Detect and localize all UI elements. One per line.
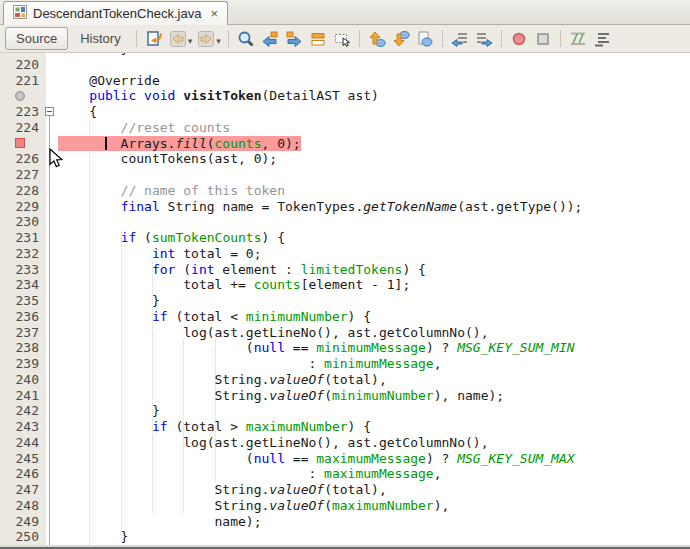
line-number[interactable]: 248 — [0, 498, 46, 514]
line-number[interactable]: 232 — [0, 246, 46, 262]
line-number[interactable]: 241 — [0, 388, 46, 404]
code-line[interactable]: 226 countTokens(ast, 0); — [0, 151, 690, 167]
code-line[interactable]: 245 (null == maximumMessage) ? MSG_KEY_S… — [0, 451, 690, 467]
fold-margin[interactable] — [46, 73, 58, 89]
code-text[interactable]: total += counts[element - 1]; — [58, 277, 690, 293]
toggle-bookmark-button[interactable] — [413, 27, 437, 51]
line-number[interactable]: 231 — [0, 230, 46, 246]
line-number[interactable]: 238 — [0, 340, 46, 356]
code-line[interactable]: 228 // name of this token — [0, 183, 690, 199]
code-text[interactable]: String.valueOf(maximumNumber), — [58, 498, 690, 514]
tab-descendanttokencheck[interactable]: DescendantTokenCheck.java × — [3, 1, 228, 25]
code-line[interactable]: 247 String.valueOf(total), — [0, 482, 690, 498]
code-line[interactable]: 232 int total = 0; — [0, 246, 690, 262]
code-text[interactable]: int total = 0; — [58, 246, 690, 262]
code-text[interactable]: public void visitToken(DetailAST ast) — [58, 88, 690, 104]
code-line[interactable]: 223 { — [0, 104, 690, 120]
line-number[interactable]: 226 — [0, 151, 46, 167]
line-number[interactable]: 233 — [0, 262, 46, 278]
line-number[interactable]: 246 — [0, 466, 46, 482]
line-number[interactable]: 245 — [0, 451, 46, 467]
line-number[interactable] — [0, 136, 46, 152]
find-selection-button[interactable] — [234, 27, 258, 51]
history-view-button[interactable]: History — [70, 28, 130, 49]
code-line[interactable]: 220 — [0, 57, 690, 73]
line-number[interactable]: 247 — [0, 482, 46, 498]
code-line[interactable]: 249 name); — [0, 514, 690, 530]
code-text[interactable]: for (int element : limitedTokens) { — [58, 262, 690, 278]
line-number[interactable]: 235 — [0, 293, 46, 309]
line-number[interactable]: 224 — [0, 120, 46, 136]
find-next-button[interactable] — [282, 27, 306, 51]
code-line[interactable]: 227 — [0, 167, 690, 183]
fold-margin[interactable] — [46, 88, 58, 104]
close-icon[interactable]: × — [210, 7, 218, 20]
code-line[interactable]: 241 String.valueOf(minimumNumber), name)… — [0, 388, 690, 404]
code-text[interactable]: name); — [58, 514, 690, 530]
code-line[interactable]: 244 log(ast.getLineNo(), ast.getColumnNo… — [0, 435, 690, 451]
code-text[interactable]: } — [58, 529, 690, 545]
source-view-button[interactable]: Source — [5, 27, 68, 50]
code-line[interactable]: 248 String.valueOf(maximumNumber), — [0, 498, 690, 514]
line-number[interactable]: 243 — [0, 419, 46, 435]
line-number[interactable] — [0, 88, 46, 104]
line-number[interactable]: 221 — [0, 73, 46, 89]
code-text[interactable] — [58, 57, 690, 73]
code-text[interactable]: : minimumMessage, — [58, 356, 690, 372]
comment-button[interactable]: // — [566, 27, 590, 51]
line-number[interactable]: 244 — [0, 435, 46, 451]
shift-line-left-button[interactable] — [448, 27, 472, 51]
line-number[interactable]: 242 — [0, 403, 46, 419]
code-text[interactable] — [58, 214, 690, 230]
code-text[interactable]: countTokens(ast, 0); — [58, 151, 690, 167]
code-text[interactable]: final String name = TokenTypes.getTokenN… — [58, 199, 690, 215]
line-number[interactable]: 237 — [0, 325, 46, 341]
line-number[interactable]: 230 — [0, 214, 46, 230]
code-text[interactable]: } — [58, 293, 690, 309]
code-text[interactable]: (null == maximumMessage) ? MSG_KEY_SUM_M… — [58, 451, 690, 467]
previous-bookmark-button[interactable] — [365, 27, 389, 51]
code-text[interactable]: if (total > maximumNumber) { — [58, 419, 690, 435]
code-text[interactable]: } — [58, 403, 690, 419]
rectangular-selection-button[interactable] — [330, 27, 354, 51]
code-text[interactable]: { — [58, 104, 690, 120]
shift-line-right-button[interactable] — [472, 27, 496, 51]
jump-last-edit-button[interactable] — [142, 27, 166, 51]
code-line[interactable]: 239 : minimumMessage, — [0, 356, 690, 372]
code-line[interactable]: 221 @Override — [0, 73, 690, 89]
line-number[interactable]: 220 — [0, 57, 46, 73]
fold-margin[interactable] — [46, 57, 58, 73]
find-previous-button[interactable] — [258, 27, 282, 51]
line-number[interactable]: 229 — [0, 199, 46, 215]
code-line[interactable]: Arrays.fill(counts, 0); — [0, 136, 690, 152]
uncomment-button[interactable] — [590, 27, 614, 51]
code-text[interactable]: String.valueOf(total), — [58, 372, 690, 388]
line-number[interactable]: 223 — [0, 104, 46, 120]
nav-back-dropdown-icon[interactable]: ▾ — [188, 36, 193, 46]
code-editor[interactable]: }220221 @Override public void visitToken… — [0, 53, 690, 545]
code-text[interactable]: String.valueOf(total), — [58, 482, 690, 498]
code-line[interactable]: 238 (null == minimumMessage) ? MSG_KEY_S… — [0, 340, 690, 356]
code-line[interactable]: 229 final String name = TokenTypes.getTo… — [0, 199, 690, 215]
code-text[interactable]: if (sumTokenCounts) { — [58, 230, 690, 246]
code-line[interactable]: 234 total += counts[element - 1]; — [0, 277, 690, 293]
line-number[interactable]: 234 — [0, 277, 46, 293]
code-line[interactable]: 231 if (sumTokenCounts) { — [0, 230, 690, 246]
code-line[interactable]: 250 } — [0, 529, 690, 545]
code-line[interactable]: 237 log(ast.getLineNo(), ast.getColumnNo… — [0, 325, 690, 341]
line-number[interactable]: 240 — [0, 372, 46, 388]
line-number[interactable]: 227 — [0, 167, 46, 183]
breakpoint-icon[interactable] — [15, 138, 25, 148]
code-text[interactable]: log(ast.getLineNo(), ast.getColumnNo(), — [58, 325, 690, 341]
toggle-highlight-button[interactable] — [306, 27, 330, 51]
code-text[interactable]: if (total < minimumNumber) { — [58, 309, 690, 325]
code-line[interactable]: 246 : maximumMessage, — [0, 466, 690, 482]
code-text[interactable]: log(ast.getLineNo(), ast.getColumnNo(), — [58, 435, 690, 451]
fold-collapse-icon[interactable] — [45, 107, 54, 116]
code-line[interactable]: 236 if (total < minimumNumber) { — [0, 309, 690, 325]
nav-forward-dropdown-icon[interactable]: ▾ — [216, 36, 221, 46]
start-macro-button[interactable] — [507, 27, 531, 51]
code-line[interactable]: 230 — [0, 214, 690, 230]
code-text[interactable]: //reset counts — [58, 120, 690, 136]
nav-forward-button[interactable] — [194, 27, 218, 51]
